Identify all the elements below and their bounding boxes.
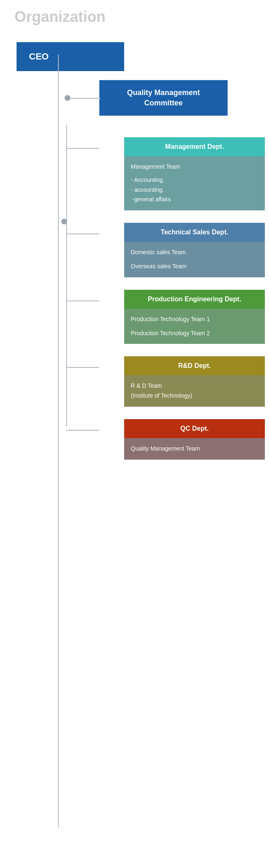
rd-dept-box: R&D Dept. (124, 356, 265, 375)
rd-hline (66, 367, 99, 368)
prod-eng-content: Production Engineering Dept. Production … (124, 290, 265, 344)
management-team-detail: - Accounting,- accounting, -general affa… (131, 175, 258, 205)
qc-content: QC Dept. Quality Management Team (124, 419, 265, 460)
qc-team-box: Quality Management Team (124, 438, 265, 460)
ceo-box: CEO (17, 42, 124, 71)
rd-dept-label: R&D Dept. (178, 362, 211, 369)
qc-team-name: Quality Management Team (131, 444, 258, 454)
rd-team-name: R & D Team (131, 381, 258, 391)
ceo-label: CEO (29, 51, 49, 62)
prod-tech-team2: Production Technology Team 2 (131, 329, 258, 339)
sub-vertical-line (66, 125, 67, 427)
qc-row: QC Dept. Quality Management Team (17, 419, 265, 460)
rd-team-box: R & D Team (Institute of Technology) (124, 375, 265, 407)
rd-row: R&D Dept. R & D Team (Institute of Techn… (17, 356, 265, 407)
management-hline (66, 148, 99, 149)
tech-sales-hline (66, 234, 99, 234)
prod-eng-team-box: Production Technology Team 1 Production … (124, 309, 265, 344)
management-dept-row: Management Dept. Management Team - Accou… (17, 137, 265, 210)
tech-sales-team-box: Domestic sales Team Overseas sales Team (124, 242, 265, 277)
page-title: Organization (12, 8, 265, 26)
qmc-section: Quality Management Committee (17, 71, 265, 125)
qc-hline (66, 430, 99, 431)
rd-content: R&D Dept. R & D Team (Institute of Techn… (124, 356, 265, 407)
management-team-box: Management Team - Accounting,- accountin… (124, 156, 265, 210)
management-dept-label: Management Dept. (165, 143, 224, 150)
management-team-name: Management Team (131, 162, 258, 172)
production-eng-row: Production Engineering Dept. Production … (17, 290, 265, 344)
management-dept-box: Management Dept. (124, 137, 265, 156)
prod-eng-dept-label: Production Engineering Dept. (148, 296, 241, 303)
prod-eng-dept-box: Production Engineering Dept. (124, 290, 265, 309)
tech-sales-dept-box: Technical Sales Dept. (124, 223, 265, 242)
tech-sales-content: Technical Sales Dept. Domestic sales Tea… (124, 223, 265, 277)
tech-sales-dept-label: Technical Sales Dept. (161, 229, 228, 236)
qc-dept-label: QC Dept. (180, 425, 209, 432)
qmc-box: Quality Management Committee (99, 80, 228, 116)
management-content: Management Dept. Management Team - Accou… (124, 137, 265, 210)
qc-dept-box: QC Dept. (124, 419, 265, 438)
overseas-sales-team: Overseas sales Team (131, 262, 258, 272)
rd-team-detail: (Institute of Technology) (131, 391, 258, 401)
prod-eng-hline (66, 300, 99, 301)
domestic-sales-team: Domestic sales Team (131, 248, 258, 258)
qmc-label: Quality Management Committee (127, 88, 200, 107)
qmc-hline (67, 98, 101, 99)
technical-sales-row: Technical Sales Dept. Domestic sales Tea… (17, 223, 265, 277)
prod-tech-team1: Production Technology Team 1 (131, 315, 258, 324)
qmc-dot (65, 95, 70, 101)
org-chart: Organization CEO Quality Management Comm… (4, 8, 265, 460)
